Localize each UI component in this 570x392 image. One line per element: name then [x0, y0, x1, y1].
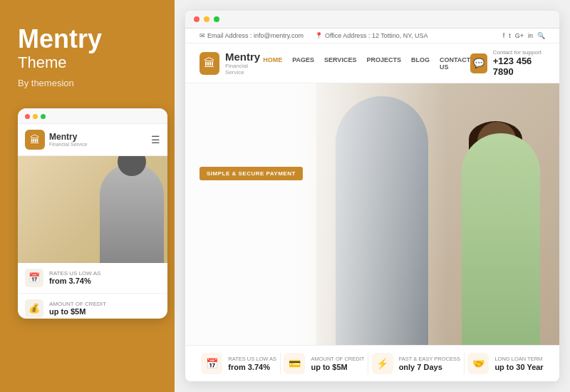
topbar-left: ✉ Email Address : info@mentry.com 📍 Offi…: [200, 32, 428, 39]
mobile-stat-label-credit: AMOUNT OF CREDIT: [49, 301, 106, 307]
mobile-stat-icon-credit: 💰: [25, 299, 43, 318]
site-navbar: 🏛 Mentry Financial Service HOME PAGES SE…: [185, 43, 559, 83]
site-stats-bar: 📅 RATES US LOW AS from 3.74% 💳 AMOUNT OF…: [185, 345, 559, 381]
mobile-stat-value-credit: up to $5M: [49, 307, 106, 316]
mobile-stat-label-rates: RATES US LOW AS: [49, 270, 100, 277]
mobile-header: 🏛 Mentry Financial Service ☰: [18, 124, 167, 156]
mobile-logo-sub: Financial Service: [49, 142, 87, 147]
support-icon: 💬: [470, 53, 487, 73]
browser-chrome: [185, 11, 559, 29]
mobile-dot-green: [41, 114, 46, 119]
social-facebook[interactable]: f: [503, 32, 505, 39]
support-label: Contact for support: [493, 49, 545, 56]
hero-bg-overlay: [185, 83, 559, 345]
right-panel: ✉ Email Address : info@mentry.com 📍 Offi…: [175, 0, 570, 392]
stat-value-loan: up to 30 Year: [494, 363, 543, 371]
mobile-hero-image: [18, 156, 167, 263]
site-logo-text: Mentry: [225, 51, 263, 63]
stat-value-credit: up to $5M: [311, 363, 364, 371]
site-logo-area: 🏛 Mentry Financial Service: [200, 51, 263, 76]
mobile-stat-credit: 💰 AMOUNT OF CREDIT up to $5M: [18, 294, 167, 319]
stat-label-process: FAST & EASY PROCESS: [399, 356, 460, 362]
stat-divider-2: [368, 353, 368, 374]
stat-label-loan: LONG LOAN TERM: [494, 356, 543, 362]
stat-icon-loan: 🤝: [467, 353, 489, 374]
nav-link-pages[interactable]: PAGES: [292, 56, 314, 71]
browser-dot-red: [194, 16, 200, 22]
stat-item-loan: 🤝 LONG LOAN TERM up to 30 Year: [467, 353, 543, 374]
stat-divider-3: [464, 353, 465, 374]
mobile-stat-value-rates: from 3.74%: [49, 277, 100, 285]
topbar-email-text: Email Address : info@mentry.com: [207, 32, 304, 39]
support-phone: +123 456 7890: [493, 56, 545, 77]
topbar-office-text: Office Address : 12 Tottino, NY, USA: [325, 32, 428, 39]
stat-item-process: ⚡ FAST & EASY PROCESS only 7 Days: [372, 353, 460, 374]
social-instagram[interactable]: in: [528, 32, 533, 39]
topbar-right: f t G+ in 🔍: [503, 32, 545, 39]
mobile-dot-yellow: [33, 114, 38, 119]
brand-title: Mentry: [18, 25, 157, 53]
hero-badge: SIMPLE & SECURE PAYMENT: [200, 167, 303, 180]
mobile-window-dots: [18, 108, 167, 124]
mobile-mockup: 🏛 Mentry Financial Service ☰ 📅 RATES US …: [18, 108, 167, 319]
email-icon: ✉: [200, 32, 205, 39]
stat-icon-calendar: 📅: [201, 353, 222, 374]
site-topbar: ✉ Email Address : info@mentry.com 📍 Offi…: [185, 29, 559, 43]
mobile-person-silhouette: [100, 163, 164, 263]
nav-link-services[interactable]: SERVICES: [324, 56, 356, 71]
topbar-email: ✉ Email Address : info@mentry.com: [200, 32, 304, 39]
mobile-dot-red: [25, 114, 30, 119]
stat-item-credit: 💳 AMOUNT OF CREDIT up to $5M: [284, 353, 364, 374]
site-logo-icon: 🏛: [200, 52, 219, 75]
stat-icon-credit: 💳: [284, 353, 305, 374]
stat-label-credit: AMOUNT OF CREDIT: [311, 356, 364, 362]
search-icon[interactable]: 🔍: [537, 32, 545, 39]
mobile-logo-text: Mentry: [49, 133, 87, 142]
site-nav-links: HOME PAGES SERVICES PROJECTS BLOG CONTAC…: [263, 56, 470, 71]
topbar-office: 📍 Office Address : 12 Tottino, NY, USA: [315, 32, 428, 39]
browser-dot-yellow: [204, 16, 209, 22]
left-panel: Mentry Theme By themesion 🏛 Mentry Finan…: [0, 0, 175, 392]
hamburger-icon[interactable]: ☰: [151, 134, 160, 145]
site-hero: SIMPLE & SECURE PAYMENT: [185, 83, 559, 345]
social-twitter[interactable]: t: [509, 32, 511, 39]
browser-dot-green: [214, 16, 219, 22]
site-logo-subtext: Financial Service: [225, 63, 263, 76]
stat-value-process: only 7 Days: [399, 363, 460, 371]
brand-author: By themesion: [18, 78, 157, 88]
mobile-logo-area: 🏛 Mentry Financial Service: [25, 130, 87, 150]
stat-value-rates: from 3.74%: [228, 363, 276, 371]
mobile-logo-icon: 🏛: [25, 130, 45, 150]
browser-window: ✉ Email Address : info@mentry.com 📍 Offi…: [185, 11, 559, 381]
nav-link-blog[interactable]: BLOG: [411, 56, 430, 71]
stat-icon-process: ⚡: [372, 353, 393, 374]
mobile-stat-icon-calendar: 📅: [25, 269, 43, 287]
stat-item-rates: 📅 RATES US LOW AS from 3.74%: [201, 353, 276, 374]
nav-link-projects[interactable]: PROJECTS: [366, 56, 401, 71]
site-support: 💬 Contact for support +123 456 7890: [470, 49, 545, 77]
brand-subtitle: Theme: [18, 53, 157, 72]
location-icon: 📍: [315, 32, 323, 39]
social-googleplus[interactable]: G+: [515, 32, 524, 39]
nav-link-home[interactable]: HOME: [263, 56, 282, 71]
mobile-stat-rates: 📅 RATES US LOW AS from 3.74%: [18, 263, 167, 294]
nav-link-contact[interactable]: CONTACT US: [440, 56, 470, 71]
stat-label-rates: RATES US LOW AS: [228, 356, 276, 362]
stat-divider-1: [280, 353, 281, 374]
